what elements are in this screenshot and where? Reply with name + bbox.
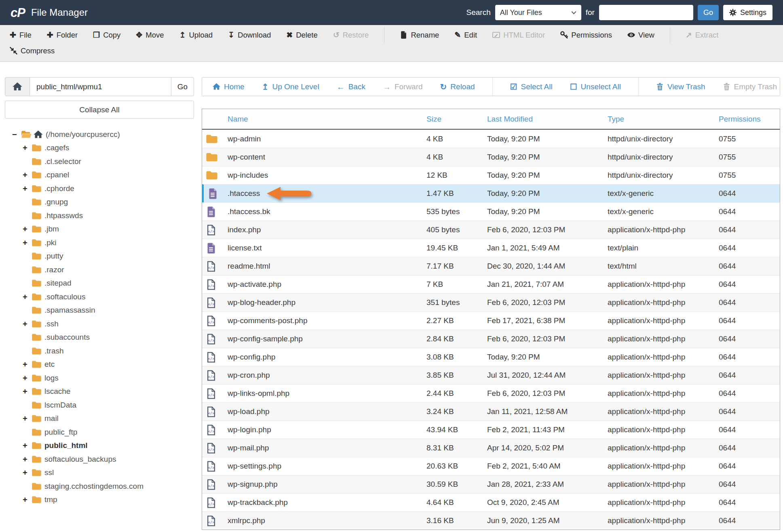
table-row-wp-blog-header-php[interactable]: wp-blog-header.php351 bytesFeb 6, 2020, … [202, 293, 780, 311]
toolbar-button-file[interactable]: ✚File [10, 31, 32, 40]
nav-view-trash[interactable]: View Trash [656, 82, 705, 91]
tree-item--spamassassin[interactable]: .spamassassin [5, 304, 194, 318]
tree-toggle-icon[interactable]: + [23, 185, 32, 193]
tree-toggle-icon[interactable]: + [23, 469, 32, 477]
table-row-wp-trackback-php[interactable]: wp-trackback.php4.64 KBOct 9, 2020, 2:45… [202, 493, 780, 511]
tree-item--pki[interactable]: +.pki [5, 236, 194, 250]
column-header-name[interactable]: Name [228, 115, 426, 124]
path-home-button[interactable] [5, 77, 30, 96]
nav-home[interactable]: Home [213, 82, 245, 91]
table-row-wp-load-php[interactable]: wp-load.php3.24 KBJan 11, 2021, 12:58 AM… [202, 402, 780, 421]
nav-reload[interactable]: ↻Reload [440, 82, 475, 91]
tree-item-softaculous-backups[interactable]: +softaculous_backups [5, 452, 194, 466]
tree-toggle-icon[interactable]: + [23, 374, 32, 382]
table-row-index-php[interactable]: index.php405 bytesFeb 6, 2020, 12:03 PMa… [202, 221, 780, 239]
collapse-all-button[interactable]: Collapse All [5, 101, 194, 119]
toolbar-button-move[interactable]: ✥Move [136, 31, 164, 40]
column-header-last-modified[interactable]: Last Modified [487, 115, 608, 124]
tree-item--cpanel[interactable]: +.cpanel [5, 168, 194, 182]
tree-toggle-icon[interactable]: + [23, 414, 32, 423]
nav-unselect-all[interactable]: ☐Unselect All [570, 82, 621, 91]
toolbar-button-rename[interactable]: Rename [400, 31, 439, 40]
tree-item-tmp[interactable]: +tmp [5, 493, 194, 507]
table-row-license-txt[interactable]: license.txt19.45 KBJan 1, 2021, 5:49 AMt… [202, 239, 780, 257]
file-last-modified: Jul 31, 2020, 12:44 AM [487, 371, 608, 380]
table-row-wp-comments-post-php[interactable]: wp-comments-post.php2.27 KBFeb 17, 2021,… [202, 311, 780, 330]
tree-toggle-icon[interactable]: − [12, 130, 21, 139]
tree-item--subaccounts[interactable]: .subaccounts [5, 331, 194, 345]
path-input[interactable] [30, 77, 171, 96]
nav-back[interactable]: ←Back [337, 82, 365, 91]
toolbar-button-edit[interactable]: ✎Edit [454, 31, 477, 40]
toolbar-button-upload[interactable]: ↥Upload [179, 31, 213, 40]
code-icon [206, 497, 217, 508]
tree-item--jbm[interactable]: +.jbm [5, 223, 194, 236]
toolbar-button-permissions[interactable]: Permissions [560, 31, 612, 40]
table-row-wp-config-sample-php[interactable]: wp-config-sample.php2.84 KBFeb 6, 2020, … [202, 330, 780, 348]
tree-item--putty[interactable]: .putty [5, 250, 194, 263]
toolbar-button-download[interactable]: ↧Download [228, 31, 271, 40]
toolbar-button-delete[interactable]: ✖Delete [286, 31, 317, 40]
tree-item--home-yourcpusercc-[interactable]: −(/home/yourcpusercc) [5, 128, 194, 141]
toolbar-button-compress[interactable]: Compress [10, 46, 55, 55]
tree-item-lscache[interactable]: +lscache [5, 385, 194, 399]
tree-toggle-icon[interactable]: + [23, 387, 32, 395]
tree-toggle-icon[interactable]: + [23, 455, 32, 463]
tree-item--razor[interactable]: .razor [5, 263, 194, 277]
table-row-wp-links-opml-php[interactable]: wp-links-opml.php2.44 KBFeb 6, 2020, 12:… [202, 384, 780, 402]
table-row-wp-login-php[interactable]: wp-login.php43.94 KBFeb 2, 2021, 11:43 P… [202, 421, 780, 439]
table-row-wp-settings-php[interactable]: wp-settings.php20.63 KBFeb 2, 2021, 5:40… [202, 457, 780, 475]
nav-select-all[interactable]: ☑Select All [510, 82, 553, 91]
column-header-type[interactable]: Type [608, 115, 719, 124]
table-row-wp-content[interactable]: wp-content4 KBToday, 9:20 PMhttpd/unix-d… [202, 148, 780, 166]
tree-item--trash[interactable]: .trash [5, 344, 194, 358]
tree-item--softaculous[interactable]: +.softaculous [5, 290, 194, 304]
tree-toggle-icon[interactable]: + [23, 144, 32, 152]
tree-toggle-icon[interactable]: + [23, 293, 32, 301]
toolbar-button-copy[interactable]: ❐Copy [93, 31, 120, 40]
table-row-wp-config-php[interactable]: wp-config.php3.08 KBToday, 9:20 PMapplic… [202, 348, 780, 366]
tree-item--cagefs[interactable]: +.cagefs [5, 141, 194, 155]
tree-item--cl-selector[interactable]: .cl.selector [5, 155, 194, 168]
table-row-wp-activate-php[interactable]: wp-activate.php7 KBJan 21, 2021, 7:07 AM… [202, 275, 780, 293]
tree-item-lscmdata[interactable]: lscmData [5, 398, 194, 412]
table-row-xmlrpc-php[interactable]: xmlrpc.php3.16 KBJun 9, 2020, 1:25 AMapp… [202, 511, 780, 530]
tree-toggle-icon[interactable]: + [23, 225, 32, 233]
tree-toggle-icon[interactable]: + [23, 171, 32, 179]
search-go-button[interactable]: Go [698, 5, 719, 20]
table-row-wp-cron-php[interactable]: wp-cron.php3.85 KBJul 31, 2020, 12:44 AM… [202, 366, 780, 384]
toolbar-button-view[interactable]: View [627, 31, 654, 40]
table-row--htaccess-bk[interactable]: .htaccess.bk535 bytesToday, 9:20 PMtext/… [202, 202, 780, 221]
tree-item-mail[interactable]: +mail [5, 412, 194, 426]
tree-toggle-icon[interactable]: + [23, 442, 32, 450]
tree-item-etc[interactable]: +etc [5, 358, 194, 372]
tree-toggle-icon[interactable]: + [23, 239, 32, 247]
tree-toggle-icon[interactable]: + [23, 320, 32, 328]
table-row-wp-includes[interactable]: wp-includes12 KBToday, 9:20 PMhttpd/unix… [202, 166, 780, 184]
tree-item--cphorde[interactable]: +.cphorde [5, 182, 194, 196]
column-header-size[interactable]: Size [426, 115, 487, 124]
table-row-wp-admin[interactable]: wp-admin4 KBToday, 9:20 PMhttpd/unix-dir… [202, 130, 780, 148]
column-header-permissions[interactable]: Permissions [719, 115, 780, 124]
tree-item-staging-cchostingdemos-com[interactable]: staging.cchostingdemos.com [5, 479, 194, 493]
nav-up-one-level[interactable]: ↥Up One Level [262, 82, 319, 91]
tree-item--sitepad[interactable]: .sitepad [5, 277, 194, 290]
tree-item-ssl[interactable]: +ssl [5, 466, 194, 480]
toolbar-button-folder[interactable]: ✚Folder [47, 31, 78, 40]
settings-button[interactable]: Settings [723, 5, 772, 20]
search-input[interactable] [599, 5, 693, 20]
table-row-wp-signup-php[interactable]: wp-signup.php30.59 KBJan 28, 2021, 2:33 … [202, 475, 780, 493]
table-row-readme-html[interactable]: readme.html7.17 KBDec 30, 2020, 1:44 AMt… [202, 257, 780, 275]
tree-toggle-icon[interactable]: + [23, 496, 32, 504]
tree-item-public-ftp[interactable]: public_ftp [5, 425, 194, 439]
tree-item-public-html[interactable]: +public_html [5, 439, 194, 453]
tree-item-logs[interactable]: +logs [5, 371, 194, 385]
tree-item--htpasswds[interactable]: .htpasswds [5, 209, 194, 223]
search-scope-select[interactable]: All Your Files [495, 5, 581, 20]
tree-toggle-icon[interactable]: + [23, 360, 32, 368]
tree-item--gnupg[interactable]: .gnupg [5, 196, 194, 209]
path-go-button[interactable]: Go [171, 77, 194, 96]
table-row-wp-mail-php[interactable]: wp-mail.php8.31 KBApr 14, 2020, 5:02 PMa… [202, 439, 780, 457]
table-row--htaccess[interactable]: .htaccess1.47 KBToday, 9:20 PMtext/x-gen… [202, 184, 780, 202]
tree-item--ssh[interactable]: +.ssh [5, 317, 194, 331]
